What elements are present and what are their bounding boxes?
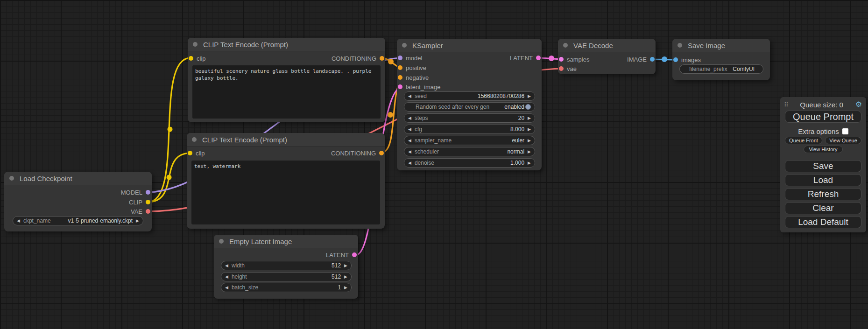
clear-button[interactable]: Clear [785, 202, 861, 214]
seed-widget[interactable]: ◀ seed 156680208700286 ▶ [404, 91, 535, 101]
samples-input-dot[interactable] [559, 57, 564, 62]
input-slot-positive[interactable]: positive [398, 63, 430, 72]
gear-icon[interactable]: ⚙ [855, 101, 862, 108]
input-slot-negative[interactable]: negative [398, 73, 432, 82]
prompt-textarea[interactable]: text, watermark [191, 161, 380, 224]
node-load-checkpoint[interactable]: Load Checkpoint MODEL CLIP VAE ◀ ckpt_na… [4, 172, 152, 231]
right-arrow-icon[interactable]: ▶ [528, 116, 531, 120]
input-slot-samples[interactable]: samples [559, 55, 593, 64]
vae-output-dot[interactable] [146, 209, 150, 214]
node-titlebar[interactable]: Load Checkpoint [4, 172, 152, 185]
right-arrow-icon[interactable]: ▶ [528, 161, 531, 165]
output-slot-conditioning[interactable]: CONDITIONING [328, 54, 384, 63]
collapse-dot-icon[interactable] [219, 239, 224, 244]
extra-options-checkbox[interactable] [842, 128, 848, 134]
node-clip-text-encode-positive[interactable]: CLIP Text Encode (Prompt) clip CONDITION… [188, 38, 385, 122]
right-arrow-icon[interactable]: ▶ [344, 286, 347, 290]
toggle-enabled-icon[interactable] [525, 104, 531, 110]
clip-input-dot[interactable] [188, 151, 192, 155]
wire-midpoint-dot[interactable] [388, 59, 394, 64]
steps-widget[interactable]: ◀ steps 20 ▶ [404, 113, 535, 123]
node-titlebar[interactable]: CLIP Text Encode (Prompt) [187, 133, 385, 147]
wire-midpoint-dot[interactable] [168, 127, 173, 132]
refresh-button[interactable]: Refresh [785, 188, 861, 200]
view-queue-button[interactable]: View Queue [825, 137, 861, 144]
input-slot-latent-image[interactable]: latent_image [398, 82, 444, 91]
latent-output-dot[interactable] [536, 56, 541, 60]
output-slot-latent[interactable]: LATENT [507, 53, 541, 63]
prompt-textarea[interactable]: beautiful scenery nature glass bottle la… [192, 65, 381, 119]
scheduler-widget[interactable]: ◀ scheduler normal ▶ [404, 147, 535, 156]
load-default-button[interactable]: Load Default [785, 216, 861, 228]
input-slot-images[interactable]: images [673, 55, 704, 64]
input-slot-clip[interactable]: clip [188, 148, 208, 158]
image-output-dot[interactable] [650, 57, 655, 62]
output-slot-latent[interactable]: LATENT [323, 250, 357, 259]
right-arrow-icon[interactable]: ▶ [528, 127, 531, 132]
denoise-widget[interactable]: ◀ denoise 1.000 ▶ [404, 158, 535, 168]
node-titlebar[interactable]: Empty Latent Image [214, 235, 358, 248]
right-arrow-icon[interactable]: ▶ [528, 139, 531, 143]
left-arrow-icon[interactable]: ◀ [17, 219, 20, 223]
negative-input-dot[interactable] [398, 75, 402, 80]
node-save-image[interactable]: Save Image images filename_prefix ComfyU… [672, 39, 770, 80]
images-input-dot[interactable] [673, 57, 678, 62]
left-arrow-icon[interactable]: ◀ [225, 275, 228, 279]
positive-input-dot[interactable] [398, 65, 402, 70]
queue-front-button[interactable]: Queue Front [785, 137, 822, 144]
left-arrow-icon[interactable]: ◀ [225, 264, 228, 268]
load-button[interactable]: Load [785, 174, 861, 186]
clip-input-dot[interactable] [189, 56, 193, 61]
model-input-dot[interactable] [398, 56, 402, 60]
queue-prompt-button[interactable]: Queue Prompt [785, 111, 861, 123]
output-slot-image[interactable]: IMAGE [624, 55, 655, 64]
conditioning-output-dot[interactable] [379, 151, 384, 155]
model-output-dot[interactable] [146, 190, 150, 195]
wire-midpoint-dot[interactable] [388, 112, 393, 118]
node-titlebar[interactable]: CLIP Text Encode (Prompt) [188, 38, 385, 51]
node-titlebar[interactable]: KSampler [397, 39, 542, 52]
output-slot-clip[interactable]: CLIP [126, 197, 150, 207]
node-titlebar[interactable]: VAE Decode [558, 39, 656, 52]
wire-midpoint-dot[interactable] [167, 175, 172, 180]
node-clip-text-encode-negative[interactable]: CLIP Text Encode (Prompt) clip CONDITION… [187, 133, 385, 229]
left-arrow-icon[interactable]: ◀ [408, 139, 411, 143]
collapse-dot-icon[interactable] [402, 43, 407, 48]
view-history-button[interactable]: View History [804, 146, 843, 153]
collapse-dot-icon[interactable] [193, 42, 198, 47]
latent-image-input-dot[interactable] [398, 84, 402, 89]
clip-output-dot[interactable] [146, 200, 150, 204]
left-arrow-icon[interactable]: ◀ [408, 150, 411, 154]
left-arrow-icon[interactable]: ◀ [408, 161, 411, 165]
input-slot-clip[interactable]: clip [189, 54, 209, 63]
filename-prefix-widget[interactable]: filename_prefix ComfyUI [679, 64, 763, 74]
collapse-dot-icon[interactable] [677, 43, 682, 48]
drag-handle-icon[interactable]: ⠿ [784, 102, 788, 108]
output-slot-model[interactable]: MODEL [118, 188, 150, 197]
right-arrow-icon[interactable]: ▶ [136, 219, 139, 223]
ckpt-name-widget[interactable]: ◀ ckpt_name v1-5-pruned-emaonly.ckpt ▶ [13, 216, 143, 225]
wire-midpoint-dot[interactable] [662, 56, 667, 62]
right-arrow-icon[interactable]: ▶ [528, 150, 531, 154]
node-titlebar[interactable]: Save Image [672, 39, 770, 52]
height-widget[interactable]: ◀ height 512 ▶ [221, 272, 352, 281]
output-slot-vae[interactable]: VAE [127, 207, 150, 216]
wire-midpoint-dot[interactable] [549, 56, 554, 61]
collapse-dot-icon[interactable] [192, 137, 197, 142]
left-arrow-icon[interactable]: ◀ [408, 116, 411, 120]
input-slot-vae[interactable]: vae [559, 64, 580, 73]
left-arrow-icon[interactable]: ◀ [225, 286, 228, 290]
right-arrow-icon[interactable]: ▶ [344, 275, 347, 279]
right-arrow-icon[interactable]: ▶ [344, 264, 347, 268]
node-empty-latent-image[interactable]: Empty Latent Image LATENT ◀ width 512 ▶ … [214, 235, 358, 299]
vae-input-dot[interactable] [559, 66, 564, 71]
sampler-name-widget[interactable]: ◀ sampler_name euler ▶ [404, 136, 535, 145]
latent-output-dot[interactable] [352, 252, 357, 257]
left-arrow-icon[interactable]: ◀ [408, 94, 411, 98]
right-arrow-icon[interactable]: ▶ [528, 94, 531, 98]
collapse-dot-icon[interactable] [563, 43, 568, 48]
random-seed-toggle-widget[interactable]: Random seed after every gen enabled [404, 102, 535, 112]
batch-size-widget[interactable]: ◀ batch_size 1 ▶ [221, 283, 352, 292]
width-widget[interactable]: ◀ width 512 ▶ [221, 261, 352, 270]
left-arrow-icon[interactable]: ◀ [408, 127, 411, 132]
